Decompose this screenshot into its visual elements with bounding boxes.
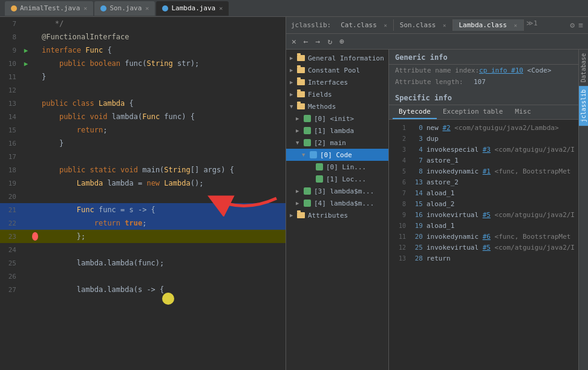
settings-icon[interactable]: ⚙ <box>570 21 575 30</box>
expand-icon: ▶ <box>296 128 303 134</box>
close-son-class[interactable]: ✕ <box>443 22 446 28</box>
table-row: 15 return; <box>0 123 286 137</box>
tab-lambda-class[interactable]: Lambda.class ✕ <box>453 19 524 31</box>
expand-icon: ▼ <box>302 152 309 158</box>
table-row: 11 } <box>0 70 286 83</box>
tab-son[interactable]: Son.java ✕ <box>94 1 155 16</box>
right-panel: jclasslib: Cat.class ✕ Son.class ✕ Lambd… <box>286 17 588 370</box>
expand-icon: ▶ <box>290 67 297 73</box>
jcl-tabs: Cat.class ✕ Son.class ✕ Lambda.class ✕ ≫… <box>335 19 570 31</box>
sidebar-item-general-info[interactable]: ▶ General Information <box>286 52 388 64</box>
sidebar-database-label[interactable]: Database <box>579 50 588 86</box>
tab-icon-animal-test <box>11 5 17 11</box>
attr-length-label: Attribute length: <box>395 78 474 86</box>
tab-misc[interactable]: Misc <box>509 105 537 119</box>
expand-icon: ▼ <box>296 140 303 146</box>
table-row: 14 public void lambda(Func func) { <box>0 110 286 123</box>
item-icon <box>309 151 318 159</box>
attr-length-row: Attribute length: 107 <box>389 76 578 88</box>
attr-name-code: <Code> <box>523 67 551 74</box>
close-son[interactable]: ✕ <box>145 5 149 11</box>
jcl-tree: ▶ General Information ▶ Constant Pool ▶ … <box>286 50 389 370</box>
jcl-label: jclasslib: <box>291 21 331 29</box>
item-icon <box>303 126 312 135</box>
sidebar-item-lambda-method[interactable]: ▶ [1] lambda <box>286 125 388 137</box>
refresh-button[interactable]: ↻ <box>325 36 334 47</box>
table-row: 19 Lambda lambda = new Lambda(); <box>0 177 286 190</box>
tab-animal-test[interactable]: AnimalTest.java ✕ <box>5 1 93 16</box>
table-row: 25 lambda.lambda(func); <box>0 256 286 270</box>
browser-button[interactable]: ⊕ <box>338 36 346 47</box>
item-icon <box>303 114 312 123</box>
forward-button[interactable]: → <box>314 36 322 47</box>
sidebar-item-lin[interactable]: [0] Lin... <box>286 161 388 173</box>
table-row: 8 @FunctionalInterface <box>0 30 286 44</box>
table-row: 10 ▶ public boolean func(String str); <box>0 57 286 70</box>
main-layout: 7 */ 8 @FunctionalInterface 9 ▶ interfac… <box>0 17 588 370</box>
list-item: 2 3 dup <box>393 133 575 144</box>
list-item: 8 15 aload_2 <box>393 198 575 209</box>
attr-length-value: 107 <box>474 78 486 86</box>
folder-icon <box>297 78 305 86</box>
tab-cat-class[interactable]: Cat.class ✕ <box>335 19 394 31</box>
expand-icon: ▼ <box>290 103 297 109</box>
tab-overflow[interactable]: ≫1 <box>526 19 538 31</box>
code-lines: 7 */ 8 @FunctionalInterface 9 ▶ interfac… <box>0 17 286 296</box>
table-row: 7 */ <box>0 17 286 30</box>
table-row: 13 public class Lambda { <box>0 97 286 110</box>
jcl-toolbar-icons: ⚙ ≡ <box>570 21 583 30</box>
sidebar-item-init[interactable]: ▶ [0] <init> <box>286 112 388 125</box>
sidebar-item-attributes[interactable]: ▶ Attributes <box>286 209 388 221</box>
close-lambda[interactable]: ✕ <box>219 5 223 11</box>
jcl-topbar: jclasslib: Cat.class ✕ Son.class ✕ Lambd… <box>286 17 588 34</box>
attr-name-label: Attribute name index: <box>395 67 479 74</box>
sidebar-item-fields[interactable]: ▶ Fields <box>286 88 388 100</box>
list-item: 4 7 astore_1 <box>393 155 575 166</box>
folder-icon <box>297 90 305 99</box>
list-item: 11 20 invokedynamic #6 <func, BootstrapM… <box>393 231 575 242</box>
expand-icon: ▶ <box>290 55 297 61</box>
tab-exception-table[interactable]: Exception table <box>437 105 509 119</box>
sidebar-item-loc[interactable]: [1] Loc... <box>286 173 388 185</box>
close-cat[interactable]: ✕ <box>384 22 387 28</box>
sidebar-item-lambda-3[interactable]: ▶ [3] lambda$m... <box>286 185 388 197</box>
back-button[interactable]: ← <box>302 36 310 47</box>
list-item: 3 4 invokespecial #3 <com/atguigu/java2/… <box>393 144 575 155</box>
list-item: 7 14 aload_1 <box>393 187 575 198</box>
item-icon <box>303 138 312 147</box>
expand-icon: ▶ <box>290 212 297 218</box>
jcl-toolbar: ✕ ← → ↻ ⊕ <box>286 34 588 50</box>
sidebar-item-code[interactable]: ▼ [0] Code <box>286 149 388 161</box>
table-row: 12 <box>0 83 286 97</box>
specific-info-header: Specific info <box>389 90 578 105</box>
menu-icon[interactable]: ≡ <box>578 21 583 30</box>
attr-name-link[interactable]: cp info #10 <box>479 67 523 74</box>
tab-son-class[interactable]: Son.class ✕ <box>394 19 453 31</box>
sidebar-item-main[interactable]: ▼ [2] main <box>286 137 388 149</box>
table-row: 24 <box>0 243 286 256</box>
bytecode-content[interactable]: 1 0 new #2 <com/atguigu/java2/Lambda> 2 … <box>389 120 578 370</box>
folder-icon <box>297 66 305 74</box>
list-item: 13 28 return <box>393 253 575 264</box>
sidebar-item-lambda-4[interactable]: ▶ [4] lambda$m... <box>286 197 388 209</box>
sidebar-item-interfaces[interactable]: ▶ Interfaces <box>286 76 388 88</box>
close-button[interactable]: ✕ <box>290 36 298 47</box>
title-bar: AnimalTest.java ✕ Son.java ✕ Lambda.java… <box>0 0 588 17</box>
expand-icon: ▶ <box>296 188 303 194</box>
sidebar-item-methods[interactable]: ▼ Methods <box>286 100 388 112</box>
sidebar-item-constant-pool[interactable]: ▶ Constant Pool <box>286 64 388 76</box>
table-row: 18 public static void main(String[] args… <box>0 163 286 177</box>
close-lambda-class[interactable]: ✕ <box>514 22 517 28</box>
attr-name-row: Attribute name index: cp info #10 <Code> <box>389 65 578 76</box>
generic-info-header: Generic info <box>389 50 578 65</box>
bytecode-tabs: Bytecode Exception table Misc <box>389 105 578 120</box>
list-item: 9 16 invokevirtual #5 <com/atguigu/java2… <box>393 209 575 220</box>
tab-lambda[interactable]: Lambda.java ✕ <box>156 1 229 16</box>
item-icon <box>315 175 324 183</box>
folder-icon <box>297 211 305 219</box>
sidebar-jclasslib-label[interactable]: jclasslib <box>579 86 588 126</box>
close-animal-test[interactable]: ✕ <box>83 5 87 11</box>
jcl-content: ▶ General Information ▶ Constant Pool ▶ … <box>286 50 588 370</box>
code-editor: 7 */ 8 @FunctionalInterface 9 ▶ interfac… <box>0 17 286 370</box>
tab-bytecode[interactable]: Bytecode <box>393 105 437 119</box>
